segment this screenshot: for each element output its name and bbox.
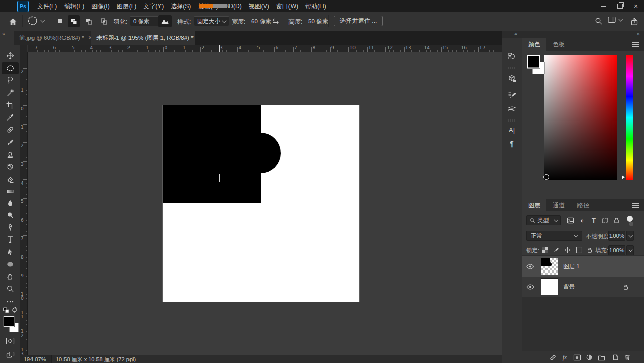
new-adjustment-layer-button[interactable] bbox=[583, 352, 595, 363]
saturation-brightness-field[interactable] bbox=[544, 55, 617, 180]
layer-thumbnail[interactable] bbox=[541, 258, 558, 275]
add-layer-mask-button[interactable] bbox=[571, 352, 583, 363]
photoshop-logo-icon[interactable]: Ps bbox=[17, 1, 29, 12]
eyedropper-tool[interactable] bbox=[2, 111, 19, 124]
path-selection-tool[interactable] bbox=[2, 246, 19, 258]
subtract-from-selection-button[interactable] bbox=[83, 15, 95, 27]
filter-pixel-layers-button[interactable] bbox=[565, 215, 575, 225]
hue-slider-marker[interactable] bbox=[622, 175, 625, 179]
tool-preset-picker[interactable] bbox=[27, 16, 44, 26]
properties-panel-button[interactable] bbox=[502, 72, 522, 85]
document-tab-active[interactable]: 未标题-1 @ 195% (图层 1, RGB/8#) * × bbox=[91, 31, 195, 45]
opacity-input[interactable]: 100% bbox=[608, 231, 625, 241]
foreground-color-swatch[interactable] bbox=[4, 316, 14, 327]
hand-tool[interactable] bbox=[2, 270, 19, 283]
swap-colors-button[interactable] bbox=[11, 306, 18, 315]
paragraph-panel-button[interactable]: ¶ bbox=[502, 137, 522, 150]
tab-paths[interactable]: 路径 bbox=[571, 199, 595, 211]
visibility-toggle[interactable] bbox=[522, 277, 538, 297]
pen-tool[interactable] bbox=[2, 221, 19, 233]
close-button[interactable]: × bbox=[628, 0, 644, 12]
layer-filtering-toggle[interactable] bbox=[627, 216, 633, 222]
lock-position-button[interactable] bbox=[563, 245, 572, 254]
swap-dimensions-button[interactable] bbox=[271, 17, 280, 26]
type-tool[interactable] bbox=[2, 233, 19, 246]
opacity-dropdown-button[interactable] bbox=[626, 231, 634, 241]
crop-tool[interactable] bbox=[2, 99, 19, 111]
menu-type[interactable]: 文字(Y) bbox=[140, 0, 167, 12]
new-layer-button[interactable] bbox=[609, 352, 621, 363]
new-selection-button[interactable] bbox=[54, 15, 67, 27]
layer-row-selected[interactable]: 图层 1 bbox=[522, 256, 644, 277]
zoom-tool[interactable] bbox=[2, 283, 19, 295]
fill-dropdown-button[interactable] bbox=[626, 245, 634, 255]
panel-menu-icon[interactable] bbox=[632, 44, 639, 45]
brushes-panel-button[interactable] bbox=[502, 103, 522, 116]
move-tool[interactable] bbox=[2, 50, 19, 62]
width-input[interactable]: 60 像素 bbox=[248, 16, 273, 26]
tab-channels[interactable]: 通道 bbox=[546, 199, 571, 211]
intersect-selection-button[interactable] bbox=[98, 15, 110, 27]
delete-layer-button[interactable] bbox=[621, 352, 633, 363]
visibility-toggle[interactable] bbox=[522, 256, 538, 277]
search-button[interactable] bbox=[593, 16, 604, 27]
history-brush-tool[interactable] bbox=[2, 161, 19, 173]
default-colors-button[interactable] bbox=[3, 307, 9, 315]
lock-artboard-button[interactable] bbox=[574, 245, 583, 254]
collapse-panels-icon[interactable]: » bbox=[637, 31, 640, 37]
gradient-tool[interactable] bbox=[2, 185, 19, 197]
dodge-tool[interactable] bbox=[2, 209, 19, 221]
select-and-mask-button[interactable]: 选择并遮住 ... bbox=[334, 16, 383, 26]
home-button[interactable] bbox=[7, 16, 18, 27]
link-layers-button[interactable] bbox=[546, 352, 559, 363]
eraser-tool[interactable] bbox=[2, 173, 19, 185]
filter-shape-layers-button[interactable] bbox=[600, 215, 610, 225]
lock-all-button[interactable] bbox=[585, 245, 594, 254]
menu-layer[interactable]: 图层(L) bbox=[113, 0, 140, 12]
vertical-ruler[interactable]: 21012345678910111213 bbox=[20, 52, 28, 355]
character-panel-button[interactable]: A| bbox=[502, 123, 522, 136]
horizontal-guide[interactable] bbox=[29, 204, 493, 204]
screen-mode-button[interactable] bbox=[4, 350, 16, 360]
ruler-origin-corner[interactable] bbox=[20, 45, 28, 52]
menu-help[interactable]: 帮助(H) bbox=[302, 0, 330, 12]
menu-image[interactable]: 图像(I) bbox=[88, 0, 113, 12]
foreground-color-swatch[interactable] bbox=[527, 55, 540, 69]
pasteboard[interactable] bbox=[27, 52, 502, 355]
spot-healing-brush-tool[interactable] bbox=[2, 124, 19, 136]
layer-name[interactable]: 图层 1 bbox=[563, 263, 580, 270]
history-panel-button[interactable] bbox=[502, 50, 522, 63]
share-button[interactable] bbox=[629, 15, 640, 27]
lock-pixels-button[interactable] bbox=[552, 245, 561, 254]
document-tab-inactive[interactable]: 前.jpg @ 60%(RGB/8#) * × bbox=[14, 31, 91, 45]
layer-style-button[interactable]: fx bbox=[559, 352, 571, 363]
new-group-button[interactable] bbox=[595, 352, 607, 363]
collapse-dock-icon[interactable]: « bbox=[514, 31, 518, 37]
layer-row-background[interactable]: 背景 bbox=[522, 277, 644, 297]
quick-selection-tool[interactable] bbox=[2, 87, 19, 99]
blend-mode-select[interactable]: 正常 bbox=[526, 231, 582, 241]
status-chevron-icon[interactable]: 〉 bbox=[131, 356, 137, 363]
menu-file[interactable]: 文件(F) bbox=[34, 0, 60, 12]
menu-view[interactable]: 视图(V) bbox=[245, 0, 273, 12]
brush-settings-panel-button[interactable] bbox=[502, 88, 522, 102]
restore-button[interactable] bbox=[611, 0, 628, 12]
ellipse-shape-tool[interactable] bbox=[2, 258, 19, 270]
zoom-level-field[interactable]: 194.87% bbox=[20, 355, 52, 363]
clone-stamp-tool[interactable] bbox=[2, 148, 19, 161]
add-to-selection-button[interactable] bbox=[68, 15, 80, 27]
tab-swatches[interactable]: 色板 bbox=[546, 38, 571, 51]
minimize-button[interactable] bbox=[595, 0, 611, 12]
brush-tool[interactable] bbox=[2, 136, 19, 148]
style-select[interactable]: 固定大小 bbox=[194, 16, 229, 26]
tab-color[interactable]: 颜色 bbox=[522, 38, 546, 51]
color-picker-cursor[interactable] bbox=[543, 174, 549, 180]
quick-mask-button[interactable] bbox=[4, 336, 16, 346]
height-input[interactable]: 50 像素 bbox=[305, 16, 330, 26]
lasso-tool[interactable] bbox=[2, 74, 19, 86]
layer-thumbnail[interactable] bbox=[541, 278, 558, 295]
filter-type-layers-button[interactable]: T bbox=[589, 215, 599, 225]
menu-edit[interactable]: 编辑(E) bbox=[60, 0, 88, 12]
blur-tool[interactable] bbox=[2, 197, 19, 209]
panel-menu-icon[interactable] bbox=[632, 205, 639, 206]
